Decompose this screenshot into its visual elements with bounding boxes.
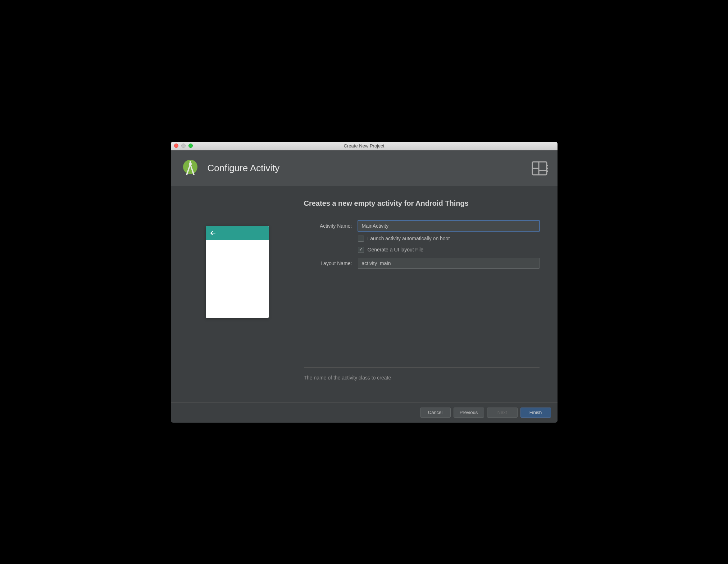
traffic-lights (174, 144, 193, 148)
activity-name-row: Activity Name: (304, 220, 540, 231)
svg-rect-8 (547, 168, 548, 169)
generate-layout-label: Generate a UI layout File (368, 247, 424, 253)
svg-rect-7 (547, 165, 548, 166)
cancel-button[interactable]: Cancel (420, 408, 451, 418)
launch-on-boot-checkbox[interactable] (358, 236, 364, 242)
phone-preview-header (206, 226, 269, 240)
dialog-header: Configure Activity (171, 150, 558, 186)
titlebar: Create New Project (171, 142, 558, 150)
dialog-window: Create New Project Configure Activity (171, 142, 558, 423)
layout-name-label: Layout Name: (304, 260, 358, 266)
form-heading: Creates a new empty activity for Android… (304, 199, 540, 208)
minimize-window-button[interactable] (181, 144, 186, 148)
form-pane: Creates a new empty activity for Android… (304, 186, 558, 402)
layout-grid-icon (530, 159, 549, 178)
generate-layout-checkbox[interactable] (358, 247, 364, 253)
maximize-window-button[interactable] (188, 144, 193, 148)
activity-name-label: Activity Name: (304, 223, 358, 229)
next-button[interactable]: Next (487, 408, 518, 418)
android-studio-icon (179, 158, 201, 179)
launch-on-boot-row: Launch activity automatically on boot (358, 236, 540, 242)
help-text: The name of the activity class to create (304, 367, 540, 395)
svg-rect-9 (547, 170, 548, 172)
activity-name-input[interactable] (358, 220, 540, 231)
finish-button[interactable]: Finish (520, 408, 551, 418)
back-arrow-icon (210, 230, 216, 236)
launch-on-boot-label: Launch activity automatically on boot (368, 236, 450, 241)
dialog-footer: Cancel Previous Next Finish (171, 402, 558, 423)
svg-rect-2 (190, 161, 191, 163)
page-title: Configure Activity (208, 163, 280, 174)
close-window-button[interactable] (174, 144, 178, 148)
phone-preview (206, 226, 269, 318)
preview-pane (171, 186, 304, 402)
layout-name-input[interactable] (358, 258, 540, 269)
generate-layout-row: Generate a UI layout File (358, 247, 540, 253)
window-title: Create New Project (344, 143, 385, 149)
dialog-content: Creates a new empty activity for Android… (171, 186, 558, 402)
layout-name-row: Layout Name: (304, 258, 540, 269)
previous-button[interactable]: Previous (454, 408, 484, 418)
